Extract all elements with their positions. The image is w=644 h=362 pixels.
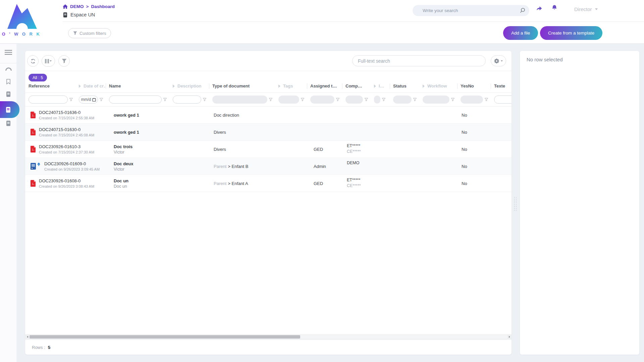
tags-cell bbox=[275, 175, 307, 192]
scrollbar-thumb[interactable] bbox=[30, 335, 300, 339]
tags-cell bbox=[275, 158, 307, 175]
refresh-button[interactable] bbox=[27, 55, 39, 67]
status-cell bbox=[390, 124, 419, 140]
funnel-icon[interactable] bbox=[69, 98, 73, 101]
table-row[interactable]: DOC230926-01610-3Created on 7/15/2024 2:… bbox=[25, 141, 512, 158]
scroll-right-arrow[interactable] bbox=[507, 335, 512, 339]
add-file-button[interactable]: Add a file bbox=[503, 26, 538, 40]
table-row[interactable]: w DOC230926-01609-0Created on 9/26/2023 … bbox=[25, 158, 512, 175]
column-header-company[interactable]: Comp… bbox=[342, 79, 371, 93]
sidebar-item-archives[interactable] bbox=[0, 121, 17, 126]
filter-reference-input[interactable] bbox=[29, 96, 68, 104]
funnel-icon[interactable] bbox=[163, 98, 167, 101]
horizontal-scrollbar[interactable] bbox=[25, 335, 512, 339]
column-header-yesno[interactable]: YesNo bbox=[457, 79, 491, 93]
table-row[interactable]: DOC240715-01636-0Created on 7/15/2024 2:… bbox=[25, 107, 512, 124]
type-cell: Divers bbox=[209, 141, 275, 158]
i-cell bbox=[371, 141, 390, 158]
funnel-icon[interactable] bbox=[100, 98, 103, 101]
breadcrumb[interactable]: DEMO > Dashboard bbox=[63, 4, 115, 9]
sort-arrow-icon bbox=[79, 84, 81, 88]
funnel-icon[interactable] bbox=[336, 98, 339, 101]
gear-icon bbox=[494, 58, 499, 64]
column-header-tags[interactable]: Tags bbox=[275, 79, 307, 93]
user-role-menu[interactable]: Director bbox=[574, 6, 598, 12]
breadcrumb-root[interactable]: DEMO bbox=[70, 4, 84, 9]
funnel-icon[interactable] bbox=[382, 98, 385, 101]
column-header-status[interactable]: Status bbox=[390, 79, 419, 93]
search-icon[interactable] bbox=[520, 8, 525, 15]
owork-logo[interactable] bbox=[5, 3, 39, 31]
table-row[interactable]: DOC240715-01630-0Created on 7/15/2024 2:… bbox=[25, 124, 512, 141]
funnel-icon[interactable] bbox=[269, 98, 272, 101]
sidebar-item-documents[interactable] bbox=[0, 92, 17, 97]
sort-arrow-icon bbox=[374, 84, 376, 88]
table-row[interactable]: DOC230926-01608-0Created on 9/26/2023 3:… bbox=[25, 175, 512, 192]
filter-texte-input[interactable] bbox=[494, 96, 512, 104]
filter-i-disabled bbox=[374, 96, 380, 104]
texte-cell bbox=[491, 124, 512, 140]
status-cell bbox=[390, 175, 419, 192]
home-icon[interactable] bbox=[63, 4, 68, 9]
table-body: DOC240715-01636-0Created on 7/15/2024 2:… bbox=[25, 107, 512, 192]
texte-cell bbox=[491, 175, 512, 192]
i-cell bbox=[371, 158, 390, 175]
funnel-icon[interactable] bbox=[301, 98, 304, 101]
chevron-down-icon bbox=[595, 8, 598, 10]
funnel-icon[interactable] bbox=[365, 98, 368, 101]
filter-name-input[interactable] bbox=[109, 96, 162, 104]
filter-button[interactable] bbox=[58, 55, 70, 67]
column-header-date-of-creation[interactable]: Date of cr… bbox=[75, 79, 106, 93]
column-header-assigned-to[interactable]: Assigned t… bbox=[307, 79, 342, 93]
name-cell: Doc deuxVictor bbox=[106, 158, 169, 175]
funnel-icon bbox=[62, 59, 67, 63]
create-from-template-button[interactable]: Create from a template bbox=[540, 26, 602, 40]
name-cell: Doc unDoc un bbox=[106, 175, 169, 192]
sort-arrow-icon bbox=[423, 84, 425, 88]
sidebar-item-dashboard[interactable] bbox=[0, 67, 17, 72]
column-header-name[interactable]: Name bbox=[106, 79, 169, 93]
panel-resize-handle[interactable] bbox=[514, 196, 517, 212]
funnel-icon[interactable] bbox=[203, 98, 206, 101]
yesno-cell: No bbox=[457, 158, 491, 175]
column-header-type[interactable]: Type of document bbox=[209, 79, 275, 93]
texte-cell bbox=[491, 158, 512, 175]
fulltext-search-input[interactable] bbox=[352, 55, 486, 66]
filter-status-disabled bbox=[393, 96, 412, 104]
scroll-left-arrow[interactable] bbox=[25, 335, 30, 339]
column-header-reference[interactable]: Reference bbox=[25, 79, 75, 93]
company-cell: DEMO bbox=[342, 158, 371, 175]
columns-button[interactable] bbox=[42, 55, 55, 67]
yesno-cell: No bbox=[457, 141, 491, 158]
custom-filters-button[interactable]: Custom filters bbox=[68, 28, 111, 38]
texte-cell bbox=[491, 141, 512, 158]
global-search-input[interactable] bbox=[413, 5, 529, 16]
filter-date-input[interactable]: mm/d bbox=[79, 96, 98, 104]
filter-description-input[interactable] bbox=[173, 96, 201, 104]
notifications-bell-icon[interactable] bbox=[551, 4, 558, 14]
pdf-file-icon bbox=[31, 129, 36, 135]
funnel-icon[interactable] bbox=[451, 98, 454, 101]
column-header-i[interactable]: I… bbox=[371, 79, 390, 93]
table-settings-button[interactable] bbox=[491, 55, 506, 66]
funnel-icon[interactable] bbox=[485, 98, 488, 101]
assigned-cell: GED bbox=[307, 175, 342, 192]
filter-workflow-disabled bbox=[423, 96, 449, 104]
i-cell bbox=[371, 124, 390, 140]
company-cell bbox=[342, 124, 371, 140]
column-header-texte[interactable]: Texte bbox=[491, 79, 512, 93]
workflow-cell bbox=[419, 107, 457, 123]
header-divider bbox=[63, 21, 644, 22]
workflow-cell bbox=[419, 124, 457, 140]
status-cell bbox=[390, 141, 419, 158]
funnel-icon[interactable] bbox=[413, 98, 417, 101]
share-icon[interactable] bbox=[535, 5, 543, 14]
menu-icon[interactable] bbox=[0, 50, 17, 55]
sidebar-divider bbox=[0, 63, 17, 63]
column-header-description[interactable]: Description bbox=[169, 79, 209, 93]
sidebar-item-ged-active[interactable] bbox=[0, 101, 19, 118]
sidebar-item-bookmarks[interactable] bbox=[0, 79, 17, 84]
chevron-down-icon bbox=[50, 60, 52, 62]
column-header-workflow[interactable]: Workflow bbox=[419, 79, 457, 93]
breadcrumb-current[interactable]: Dashboard bbox=[91, 4, 115, 9]
